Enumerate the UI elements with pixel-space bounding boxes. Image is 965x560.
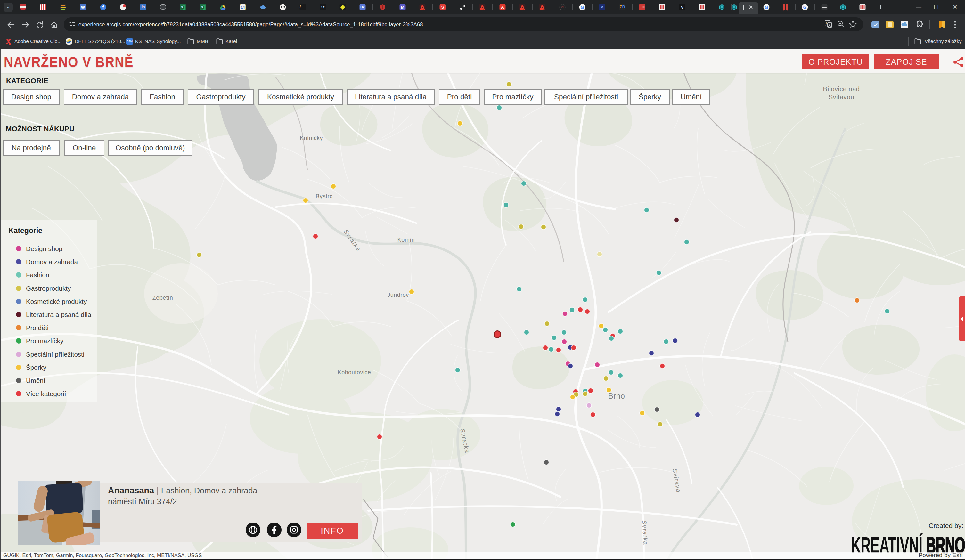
svg-text:Komín: Komín	[397, 237, 415, 243]
svg-text:Žebětín: Žebětín	[152, 295, 173, 301]
svg-text:G: G	[765, 5, 768, 10]
svg-text:Kohoutovice: Kohoutovice	[338, 369, 371, 376]
svg-text:Svratka: Svratka	[641, 520, 649, 545]
svg-text:Bílovice nad: Bílovice nad	[823, 85, 860, 93]
svg-text:Svitavou: Svitavou	[829, 93, 854, 101]
svg-text:Brno: Brno	[608, 392, 625, 400]
svg-text:Kníničky: Kníničky	[300, 135, 323, 141]
svg-text:G: G	[581, 5, 584, 10]
svg-text:Jundrov: Jundrov	[387, 292, 409, 298]
svg-text:Bystrc: Bystrc	[316, 193, 332, 199]
svg-text:G: G	[803, 5, 807, 10]
